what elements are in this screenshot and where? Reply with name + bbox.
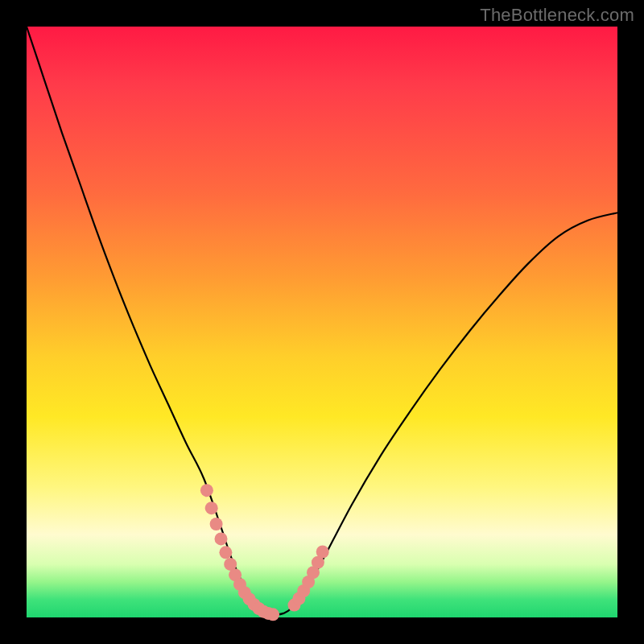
chart-frame: TheBottleneck.com [0,0,644,644]
highlight-dot [200,484,213,497]
highlight-dot [316,546,329,559]
left-highlight-group [200,484,279,621]
highlight-dot [215,532,228,545]
highlight-dot [219,546,232,559]
plot-area [27,27,617,617]
curve-svg [27,27,617,617]
highlight-dot [205,502,218,514]
highlight-dot [266,608,279,621]
highlight-dot [210,518,223,530]
watermark-text: TheBottleneck.com [480,5,634,26]
right-highlight-group [288,546,329,612]
bottleneck-curve-path [27,27,617,614]
